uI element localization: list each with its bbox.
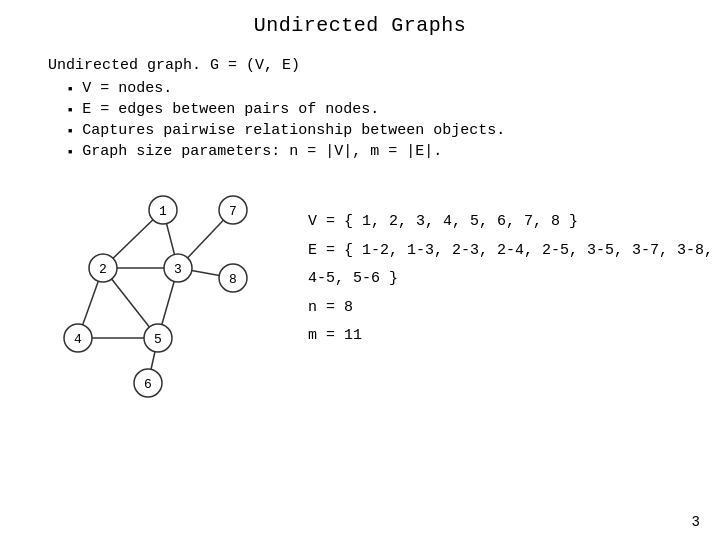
e-set: E = { 1-2, 1-3, 2-3, 2-4, 2-5, 3-5, 3-7,… — [308, 237, 720, 294]
intro-line: Undirected graph. G = (V, E) — [48, 57, 720, 74]
svg-text:8: 8 — [229, 272, 237, 287]
page-title: Undirected Graphs — [0, 0, 720, 47]
bullet-item-1: V = nodes. — [68, 80, 720, 97]
bullet-item-2: E = edges between pairs of nodes. — [68, 101, 720, 118]
graph-diagram: 1 7 2 3 8 4 5 6 — [48, 188, 278, 398]
bullet-item-3: Captures pairwise relationship between o… — [68, 122, 720, 139]
n-value: n = 8 — [308, 294, 720, 323]
graph-info: V = { 1, 2, 3, 4, 5, 6, 7, 8 } E = { 1-2… — [278, 188, 720, 351]
page-number: 3 — [692, 514, 700, 530]
svg-text:6: 6 — [144, 377, 152, 392]
svg-text:3: 3 — [174, 262, 182, 277]
svg-text:4: 4 — [74, 332, 82, 347]
svg-text:5: 5 — [154, 332, 162, 347]
svg-text:2: 2 — [99, 262, 107, 277]
svg-text:7: 7 — [229, 204, 237, 219]
m-value: m = 11 — [308, 322, 720, 351]
bullet-item-4: Graph size parameters: n = |V|, m = |E|. — [68, 143, 720, 160]
svg-text:1: 1 — [159, 204, 167, 219]
v-set: V = { 1, 2, 3, 4, 5, 6, 7, 8 } — [308, 208, 720, 237]
bullet-list: V = nodes. E = edges between pairs of no… — [48, 80, 720, 160]
